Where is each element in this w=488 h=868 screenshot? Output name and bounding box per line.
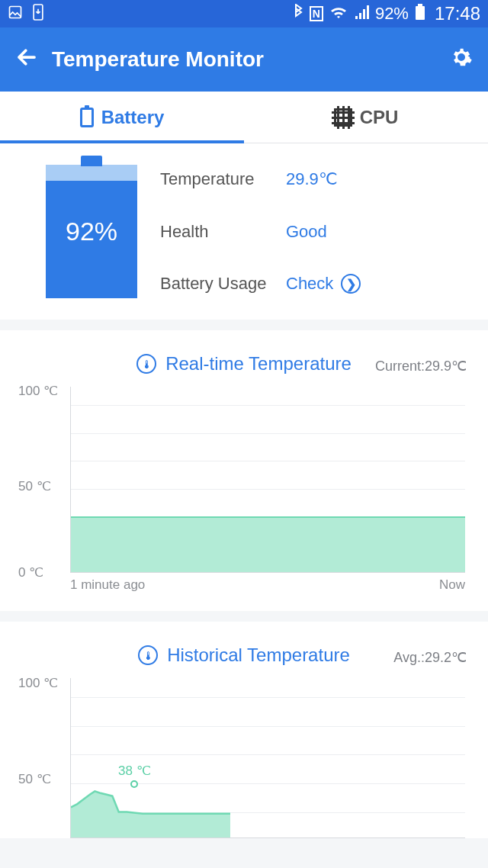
wifi-icon	[329, 5, 348, 24]
bluetooth-icon	[293, 4, 303, 24]
picture-icon	[8, 5, 23, 24]
xlabel-left: 1 minute ago	[70, 577, 145, 593]
ylabel-h100: 100 ℃	[18, 675, 58, 691]
phone-update-icon	[30, 3, 46, 25]
app-bar: Temperature Monitor	[0, 27, 488, 92]
tab-battery-label: Battery	[101, 107, 165, 128]
settings-button[interactable]	[450, 46, 473, 74]
battery-usage-check: Check	[286, 274, 333, 294]
svg-rect-0	[10, 6, 21, 18]
cpu-icon	[334, 108, 352, 127]
ylabel-100: 100 ℃	[18, 383, 58, 399]
ylabel-50: 50 ℃	[18, 477, 51, 493]
row-battery-usage[interactable]: Battery Usage Check ❯	[160, 274, 473, 294]
realtime-current: Current:29.9℃	[375, 358, 467, 375]
value-health: Good	[286, 222, 327, 242]
battery-summary-card: 92% Temperature 29.9℃ Health Good Batter…	[0, 143, 488, 320]
status-bar: N 92% 17:48	[0, 0, 488, 27]
value-temperature: 29.9℃	[286, 169, 338, 189]
status-time: 17:48	[435, 3, 480, 24]
battery-status-icon	[415, 4, 425, 24]
label-battery-usage: Battery Usage	[160, 274, 286, 294]
historical-chart: 100 ℃ 50 ℃ 38 ℃	[18, 678, 465, 838]
historical-temperature-card: 🌡 Historical Temperature Avg.:29.2℃ 100 …	[0, 622, 488, 838]
historical-peak-callout: 38 ℃	[118, 763, 151, 788]
thermometer-icon: 🌡	[136, 354, 156, 374]
historical-peak-value: 38 ℃	[118, 764, 151, 778]
battery-icon	[80, 108, 94, 127]
chevron-right-icon: ❯	[341, 274, 361, 294]
thermometer-icon: 🌡	[138, 645, 158, 665]
battery-level-text: 92%	[66, 217, 117, 246]
nfc-icon: N	[310, 6, 323, 21]
realtime-chart: 100 ℃ 50 ℃ 0 ℃ 1 minute ago Now	[18, 387, 465, 593]
realtime-temperature-card: 🌡 Real-time Temperature Current:29.9℃ 10…	[0, 330, 488, 611]
battery-graphic: 92%	[46, 165, 137, 298]
page-title: Temperature Monitor	[52, 47, 264, 72]
svg-rect-2	[416, 6, 425, 20]
xlabel-right: Now	[439, 577, 465, 593]
label-health: Health	[160, 222, 286, 242]
row-health: Health Good	[160, 222, 473, 242]
historical-avg: Avg.:29.2℃	[393, 649, 467, 666]
historical-title: Historical Temperature	[167, 645, 350, 666]
ylabel-h50: 50 ℃	[18, 771, 51, 787]
row-temperature: Temperature 29.9℃	[160, 169, 473, 189]
status-battery-percent: 92%	[375, 4, 409, 24]
tabs: Battery CPU	[0, 92, 488, 143]
svg-rect-3	[418, 4, 422, 6]
realtime-title: Real-time Temperature	[165, 353, 352, 375]
back-button[interactable]	[15, 45, 43, 75]
tab-cpu-label: CPU	[360, 107, 399, 128]
ylabel-0: 0 ℃	[18, 564, 43, 580]
signal-icon	[354, 5, 369, 23]
tab-battery[interactable]: Battery	[0, 92, 244, 143]
label-temperature: Temperature	[160, 169, 286, 189]
tab-cpu[interactable]: CPU	[244, 92, 488, 143]
